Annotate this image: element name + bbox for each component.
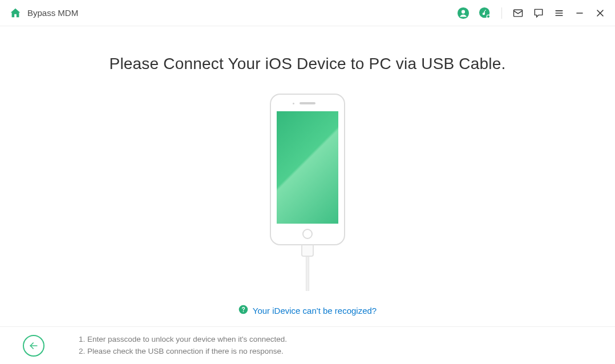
close-button[interactable]	[594, 7, 606, 19]
phone-speaker	[300, 102, 315, 104]
window-title: Bypass MDM	[27, 8, 78, 18]
phone-home-button	[302, 229, 313, 239]
svg-point-13	[242, 311, 244, 312]
home-icon[interactable]	[9, 7, 22, 19]
phone-camera-dot	[293, 103, 294, 104]
svg-point-1	[462, 10, 465, 13]
account-icon[interactable]	[457, 7, 470, 19]
help-question-icon	[238, 305, 248, 316]
svg-line-4	[489, 17, 491, 18]
minimize-button[interactable]	[574, 7, 585, 19]
cable-plug-icon	[301, 245, 314, 257]
back-button[interactable]	[23, 335, 44, 357]
titlebar-separator	[501, 7, 502, 19]
footer: 1. Enter passcode to unlock your device …	[0, 326, 615, 364]
footer-tips: 1. Enter passcode to unlock your device …	[79, 334, 287, 358]
main-content: Please Connect Your iOS Device to PC via…	[0, 26, 615, 317]
page-headline: Please Connect Your iOS Device to PC via…	[0, 55, 615, 73]
menu-icon[interactable]	[553, 7, 565, 19]
help-link[interactable]: Your iDevice can't be recogized?	[238, 305, 377, 316]
device-illustration	[270, 94, 345, 291]
footer-tip-1: 1. Enter passcode to unlock your device …	[79, 334, 287, 346]
footer-tip-2: 2. Please check the USB connection if th…	[79, 346, 287, 358]
cable-wire-icon	[306, 257, 309, 291]
titlebar: Bypass MDM	[0, 0, 615, 26]
help-link-text: Your iDevice can't be recogized?	[253, 306, 377, 316]
phone-screen	[277, 111, 338, 224]
phone-outline	[270, 94, 345, 245]
music-search-icon[interactable]	[479, 7, 491, 19]
mail-icon[interactable]	[512, 7, 524, 19]
feedback-icon[interactable]	[533, 7, 544, 19]
